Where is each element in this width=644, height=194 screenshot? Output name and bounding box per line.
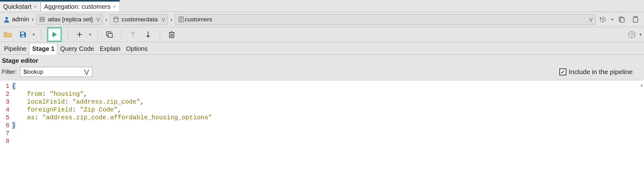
breadcrumb-user: admin <box>3 16 29 23</box>
svg-rect-20 <box>108 33 112 37</box>
database-icon <box>113 16 119 23</box>
filter-row: Filter: $lookup ⋁ ✓ Include in the pipel… <box>0 65 644 80</box>
history-button[interactable] <box>597 14 608 25</box>
chevron-down-icon[interactable]: ▾ <box>611 17 613 22</box>
filter-label: Filter: <box>2 68 17 75</box>
code-key: as <box>27 114 35 121</box>
svg-point-0 <box>5 17 8 19</box>
tab-explain[interactable]: Explain <box>97 43 123 54</box>
tab-query-code[interactable]: Query Code <box>57 43 97 54</box>
copy-button[interactable] <box>616 14 627 25</box>
line-gutter: 1 2 3 4 5 6 7 8 <box>0 80 11 194</box>
chevron-down-icon[interactable]: ▾ <box>640 32 641 37</box>
code-string: "address.zip_code" <box>72 98 140 105</box>
tab-label: Stage 1 <box>32 45 54 52</box>
code-string: "housing" <box>50 90 84 98</box>
tab-label: Pipeline <box>4 45 26 52</box>
svg-rect-12 <box>633 17 638 22</box>
svg-point-3 <box>114 17 118 19</box>
stage-editor-header: Stage editor <box>0 55 644 65</box>
code-key: foreignField <box>27 106 72 113</box>
cluster-label: atlas [replica set] <box>48 16 93 23</box>
move-down-button[interactable] <box>143 29 153 40</box>
breadcrumb-collection-select[interactable]: customers ⋁ <box>175 14 596 25</box>
chevron-down-icon[interactable]: ▾ <box>33 32 35 37</box>
line-number: 1 <box>0 82 9 90</box>
chevron-right-icon: › <box>105 16 108 23</box>
toolbar: ▾ ▾ ? ▾ <box>0 27 644 42</box>
filter-value: $lookup <box>24 69 43 75</box>
code-editor[interactable]: 1 2 3 4 5 6 7 8 { from: "housing", local… <box>0 80 644 194</box>
tab-pipeline[interactable]: Pipeline <box>1 43 29 54</box>
save-button[interactable] <box>18 29 28 40</box>
open-brace: { <box>12 83 16 90</box>
server-icon <box>39 16 46 23</box>
user-icon <box>3 16 10 23</box>
svg-text:?: ? <box>630 32 633 37</box>
svg-rect-15 <box>21 35 25 37</box>
breadcrumb-cluster-select[interactable]: atlas [replica set] ⋁ <box>36 14 103 25</box>
line-number: 7 <box>0 129 9 137</box>
duplicate-button[interactable] <box>104 29 115 40</box>
chevron-down-icon: ⋁ <box>162 17 165 22</box>
delete-button[interactable] <box>166 29 177 40</box>
line-number: 3 <box>0 98 9 106</box>
chevron-down-icon[interactable]: ▾ <box>89 32 91 37</box>
svg-rect-13 <box>635 16 636 18</box>
chevron-down-icon: ⋁ <box>84 68 89 75</box>
close-icon[interactable]: × <box>113 4 115 9</box>
code-key: from <box>27 90 42 98</box>
tab-label: Explain <box>100 45 120 52</box>
include-label: Include in the pipeline <box>569 68 633 76</box>
svg-rect-14 <box>21 32 24 34</box>
document-tabs: Quickstart × Aggregation: customers × <box>0 0 644 12</box>
chevron-down-icon: ⋁ <box>97 17 100 22</box>
svg-rect-11 <box>620 18 624 22</box>
include-checkbox[interactable]: ✓ <box>559 68 566 75</box>
help-button[interactable]: ? <box>626 29 637 40</box>
database-label: customerdata <box>121 16 158 23</box>
breadcrumb: admin › atlas [replica set] ⋁ › customer… <box>0 12 644 27</box>
tab-label: Options <box>126 45 148 52</box>
tab-stage-1[interactable]: Stage 1 <box>29 43 57 55</box>
collection-icon <box>178 16 185 23</box>
close-brace: } <box>12 122 16 129</box>
code-key: localField <box>27 98 65 105</box>
line-number: 6 <box>0 121 9 129</box>
user-label: admin <box>12 16 29 23</box>
line-number: 4 <box>0 106 9 114</box>
tab-label: Aggregation: customers <box>44 3 110 10</box>
chevron-down-icon: ⋁ <box>589 17 593 22</box>
filter-select[interactable]: $lookup ⋁ <box>20 67 92 77</box>
svg-rect-1 <box>40 17 44 19</box>
line-number: 2 <box>0 90 9 98</box>
code-body[interactable]: { from: "housing", localField: "address.… <box>11 80 644 194</box>
add-button[interactable] <box>74 29 85 40</box>
svg-line-9 <box>603 20 604 20</box>
svg-rect-2 <box>40 20 44 21</box>
tab-aggregation-customers[interactable]: Aggregation: customers × <box>41 0 119 12</box>
chevron-right-icon: › <box>170 16 173 23</box>
breadcrumb-database-select[interactable]: customerdata ⋁ <box>110 14 168 25</box>
collection-label: customers <box>185 16 212 23</box>
tab-label: Query Code <box>60 45 94 52</box>
tab-quickstart[interactable]: Quickstart × <box>0 0 41 12</box>
line-number: 5 <box>0 114 9 121</box>
code-string: "Zip Code" <box>80 106 118 113</box>
close-icon[interactable]: × <box>34 4 36 9</box>
scroll-up-icon[interactable]: ▴ <box>641 82 643 87</box>
open-folder-button[interactable] <box>3 29 13 40</box>
tab-options[interactable]: Options <box>123 43 151 54</box>
code-string: "address.zip_code.affordable_housing_opt… <box>42 114 212 121</box>
editor-tabs: Pipeline Stage 1 Query Code Explain Opti… <box>0 42 644 55</box>
line-number: 8 <box>0 137 9 145</box>
tab-label: Quickstart <box>3 3 31 10</box>
svg-marker-16 <box>53 32 57 37</box>
paste-button[interactable] <box>630 14 641 25</box>
run-button[interactable] <box>47 28 61 41</box>
chevron-right-icon: › <box>31 16 34 23</box>
move-up-button[interactable] <box>128 29 138 40</box>
